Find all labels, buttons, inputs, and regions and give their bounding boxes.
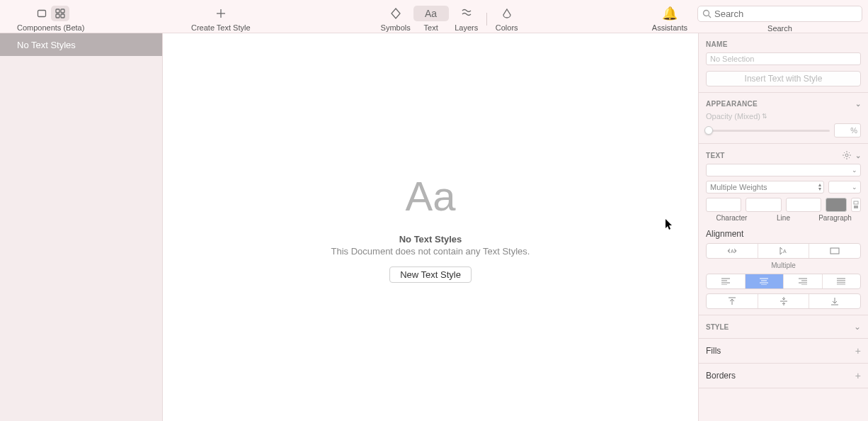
sidebar-item-no-styles[interactable]: No Text Styles: [0, 33, 162, 56]
text-header: TEXT: [706, 152, 725, 159]
text-label: Text: [424, 23, 438, 32]
chevron-down-icon[interactable]: ⌄: [854, 322, 861, 332]
text-color-swatch[interactable]: [826, 198, 847, 212]
valign-middle-button[interactable]: [758, 294, 810, 308]
components-label: Components (Beta): [17, 23, 84, 32]
style-label: STYLE: [706, 323, 729, 331]
stepper-icon[interactable]: ▴▾: [818, 183, 821, 191]
name-input[interactable]: [706, 52, 861, 65]
align-center-button[interactable]: [746, 274, 784, 288]
inspector: NAME Insert Text with Style APPEARANCE ⌄…: [698, 33, 868, 421]
align-left-button[interactable]: [707, 274, 746, 288]
alignment-header: Alignment: [706, 229, 861, 239]
opacity-slider[interactable]: [706, 130, 830, 132]
cursor-icon: [666, 219, 674, 230]
svg-line-9: [708, 16, 711, 18]
view-grid-icon[interactable]: [51, 6, 69, 21]
font-weight-value: Multiple Weights: [710, 183, 767, 191]
chevron-down-icon[interactable]: ⌄: [855, 152, 861, 159]
align-right-button[interactable]: [784, 274, 823, 288]
paragraph-spacing-input[interactable]: [786, 198, 821, 212]
search-input[interactable]: [714, 9, 857, 19]
color-options-icon[interactable]: [851, 198, 861, 212]
svg-text:Aa: Aa: [425, 8, 437, 19]
plus-icon[interactable]: +: [855, 370, 861, 381]
search-icon: [702, 9, 712, 18]
align-justify-button[interactable]: [823, 274, 861, 288]
opacity-stepper-icon[interactable]: ⇅: [762, 113, 767, 120]
fills-row[interactable]: Fills +: [699, 339, 868, 364]
assistants-label: Assistants: [652, 23, 687, 32]
font-size-select[interactable]: ⌄: [828, 181, 861, 193]
chevron-down-icon[interactable]: ⌄: [855, 100, 861, 108]
text-tab[interactable]: Aa: [413, 6, 449, 21]
gear-icon[interactable]: [843, 151, 851, 159]
align-fixed-button[interactable]: [809, 244, 860, 258]
font-weight-select[interactable]: Multiple Weights ▴▾: [706, 181, 824, 193]
empty-subtitle: This Document does not contain any Text …: [331, 246, 530, 257]
toolbar-separator: [486, 13, 487, 26]
svg-rect-11: [854, 201, 858, 204]
plus-icon[interactable]: +: [855, 345, 861, 357]
colors-label: Colors: [496, 23, 518, 32]
view-single-icon[interactable]: [33, 6, 51, 21]
valign-top-button[interactable]: [707, 294, 758, 308]
svg-text:A: A: [783, 249, 787, 254]
opacity-label: Opacity (Mixed): [706, 112, 760, 120]
sidebar: No Text Styles: [0, 33, 163, 421]
layers-label: Layers: [455, 23, 478, 32]
appearance-header: APPEARANCE: [706, 100, 758, 108]
search-field[interactable]: [697, 6, 862, 22]
canvas: Aa No Text Styles This Document does not…: [163, 33, 698, 421]
align-auto-width-button[interactable]: A: [707, 244, 758, 258]
opacity-value[interactable]: %: [834, 123, 861, 137]
name-header: NAME: [706, 40, 861, 48]
assistants-button[interactable]: 🔔: [652, 6, 687, 21]
line-height-input[interactable]: [746, 198, 781, 212]
create-text-style-button[interactable]: [203, 6, 239, 21]
fills-label: Fills: [706, 346, 721, 356]
insert-text-button[interactable]: Insert Text with Style: [706, 71, 861, 86]
svg-rect-4: [61, 14, 64, 18]
borders-label: Borders: [706, 371, 736, 381]
borders-row[interactable]: Borders +: [699, 364, 868, 388]
character-spacing-input[interactable]: [706, 198, 741, 212]
svg-rect-15: [830, 248, 839, 254]
new-text-style-button[interactable]: New Text Style: [389, 266, 472, 283]
character-label: Character: [706, 214, 758, 222]
colors-tab[interactable]: [489, 6, 525, 21]
svg-point-10: [845, 154, 848, 157]
style-section-header[interactable]: STYLE ⌄: [699, 315, 868, 339]
create-label: Create Text Style: [191, 23, 251, 32]
symbols-label: Symbols: [381, 23, 411, 32]
svg-rect-3: [56, 14, 59, 18]
search-label: Search: [697, 24, 862, 33]
svg-rect-2: [61, 9, 64, 13]
svg-rect-12: [854, 206, 858, 208]
empty-title: No Text Styles: [399, 234, 462, 245]
valign-bottom-button[interactable]: [809, 294, 860, 308]
toolbar: Components (Beta) Create Text Style Symb…: [0, 0, 868, 33]
text-style-glyph: Aa: [406, 172, 456, 220]
line-label: Line: [758, 214, 809, 222]
svg-text:A: A: [731, 249, 734, 254]
layers-tab[interactable]: [449, 6, 484, 21]
svg-point-8: [703, 11, 709, 16]
align-auto-height-button[interactable]: A: [758, 244, 810, 258]
svg-rect-0: [38, 11, 45, 17]
symbols-tab[interactable]: [378, 6, 413, 21]
alignment-multiple-label: Multiple: [706, 262, 861, 269]
svg-rect-1: [56, 9, 59, 13]
paragraph-label: Paragraph: [809, 214, 861, 222]
font-family-select[interactable]: ⌄: [706, 164, 861, 176]
